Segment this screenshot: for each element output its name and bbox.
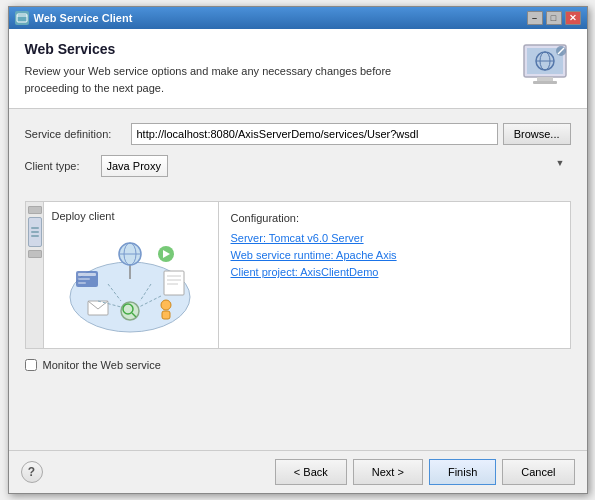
header-icon <box>519 41 571 93</box>
header-section: Web Services Review your Web service opt… <box>9 29 587 109</box>
title-bar: Web Service Client – □ ✕ <box>9 7 587 29</box>
slider-grip-3 <box>31 235 39 237</box>
deploy-label: Deploy client <box>52 210 115 222</box>
main-window: Web Service Client – □ ✕ Web Services Re… <box>8 6 588 494</box>
title-bar-buttons: – □ ✕ <box>527 11 581 25</box>
svg-rect-5 <box>533 81 557 84</box>
svg-rect-15 <box>78 278 90 280</box>
service-definition-input[interactable] <box>131 123 498 145</box>
header-title: Web Services <box>25 41 507 57</box>
service-definition-label: Service definition: <box>25 128 125 140</box>
window-icon <box>15 11 29 25</box>
slider-grip-1 <box>31 227 39 229</box>
runtime-link[interactable]: Web service runtime: Apache Axis <box>231 249 558 261</box>
configuration-panel: Configuration: Server: Tomcat v6.0 Serve… <box>219 202 570 348</box>
deploy-panel: Deploy client <box>44 202 219 348</box>
monitor-label: Monitor the Web service <box>43 359 161 371</box>
form-section: Service definition: Browse... Client typ… <box>9 109 587 201</box>
back-button[interactable]: < Back <box>275 459 347 485</box>
header-text: Web Services Review your Web service opt… <box>25 41 507 96</box>
service-definition-row: Service definition: Browse... <box>25 123 571 145</box>
footer-buttons: < Back Next > Finish Cancel <box>275 459 575 485</box>
scroll-handle-bottom <box>28 250 42 258</box>
monitor-row: Monitor the Web service <box>9 349 587 381</box>
minimize-button[interactable]: – <box>527 11 543 25</box>
browse-button[interactable]: Browse... <box>503 123 571 145</box>
svg-rect-35 <box>162 311 170 319</box>
svg-rect-0 <box>17 14 27 22</box>
project-link[interactable]: Client project: AxisClientDemo <box>231 266 558 278</box>
configuration-title: Configuration: <box>231 212 558 224</box>
monitor-checkbox[interactable] <box>25 359 37 371</box>
footer: ? < Back Next > Finish Cancel <box>9 450 587 493</box>
finish-button[interactable]: Finish <box>429 459 496 485</box>
svg-rect-20 <box>164 271 184 295</box>
header-description: Review your Web service options and make… <box>25 63 507 96</box>
content-area: Web Services Review your Web service opt… <box>9 29 587 493</box>
client-type-select[interactable]: Java Proxy JavaScript Custom <box>101 155 168 177</box>
svg-rect-16 <box>78 282 86 284</box>
close-button[interactable]: ✕ <box>565 11 581 25</box>
scroll-slider[interactable] <box>28 217 42 247</box>
svg-point-34 <box>161 300 171 310</box>
maximize-button[interactable]: □ <box>546 11 562 25</box>
svg-rect-4 <box>537 77 553 81</box>
deploy-config-container: Deploy client <box>25 201 571 349</box>
server-link[interactable]: Server: Tomcat v6.0 Server <box>231 232 558 244</box>
scroll-handle-top <box>28 206 42 214</box>
sidebar-scrollbar <box>26 202 44 348</box>
deploy-diagram <box>52 228 210 340</box>
window-title: Web Service Client <box>34 12 527 24</box>
slider-grip-2 <box>31 231 39 233</box>
help-button[interactable]: ? <box>21 461 43 483</box>
cancel-button[interactable]: Cancel <box>502 459 574 485</box>
svg-rect-14 <box>78 273 96 276</box>
client-type-select-wrapper: Java Proxy JavaScript Custom <box>101 155 571 177</box>
client-type-row: Client type: Java Proxy JavaScript Custo… <box>25 155 571 177</box>
client-type-label: Client type: <box>25 160 95 172</box>
next-button[interactable]: Next > <box>353 459 423 485</box>
